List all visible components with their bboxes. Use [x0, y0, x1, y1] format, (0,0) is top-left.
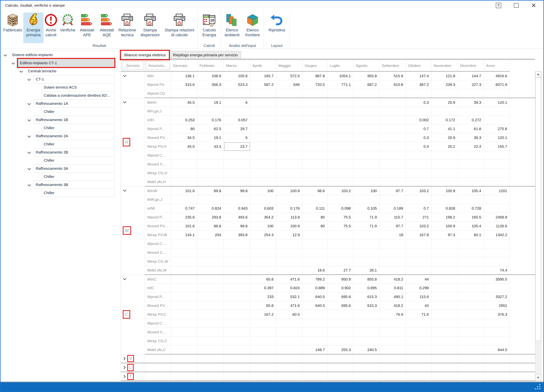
value-cell[interactable]: [354, 239, 379, 248]
value-cell[interactable]: [302, 239, 327, 248]
value-cell[interactable]: 0.824: [197, 204, 224, 213]
row-label[interactable]: Wprod CG: [145, 89, 171, 98]
value-cell[interactable]: 120.1: [484, 133, 510, 142]
value-cell[interactable]: [171, 292, 197, 301]
value-cell[interactable]: [432, 363, 458, 372]
row-label[interactable]: Wprod C...: [145, 239, 171, 248]
value-cell[interactable]: [327, 124, 354, 133]
value-cell[interactable]: 1126.6: [484, 222, 510, 231]
value-cell[interactable]: 720.5: [302, 80, 327, 89]
row-label[interactable]: relH: [145, 116, 171, 124]
value-cell[interactable]: [432, 266, 458, 275]
value-cell[interactable]: 80: [302, 222, 327, 231]
value-cell[interactable]: 271: [406, 213, 432, 222]
value-cell[interactable]: [484, 248, 510, 257]
value-cell[interactable]: [484, 372, 510, 381]
value-cell[interactable]: 60.5: [276, 310, 302, 319]
value-cell[interactable]: [327, 337, 354, 346]
value-cell[interactable]: [224, 284, 250, 292]
value-cell[interactable]: [302, 151, 327, 160]
value-cell[interactable]: [276, 328, 302, 337]
chevron-down-icon[interactable]: [27, 183, 31, 186]
value-cell[interactable]: [171, 346, 197, 354]
value-cell[interactable]: [250, 239, 276, 248]
value-cell[interactable]: 39.3: [458, 98, 484, 107]
value-cell[interactable]: [302, 107, 327, 116]
value-cell[interactable]: [458, 310, 484, 319]
row-label[interactable]: WW,gn,J: [145, 195, 171, 204]
tree-item-centrali-termiche[interactable]: Centrali termiche: [26, 67, 114, 75]
value-cell[interactable]: 640.5: [302, 292, 327, 301]
value-cell[interactable]: [484, 284, 510, 292]
col-header-febbraio[interactable]: Febbraio: [197, 60, 224, 71]
value-cell[interactable]: 6071.9: [484, 80, 510, 89]
chevron-right-icon[interactable]: [122, 366, 125, 369]
chevron-right-icon[interactable]: [122, 375, 125, 378]
value-cell[interactable]: [354, 310, 379, 319]
value-cell[interactable]: [354, 151, 379, 160]
tree-item-raffrescamento-2a[interactable]: Raffrescamento 2A: [34, 132, 114, 140]
value-cell[interactable]: [250, 195, 276, 204]
value-cell[interactable]: 75.5: [327, 213, 354, 222]
value-cell[interactable]: 3595.5: [484, 275, 510, 284]
value-cell[interactable]: [250, 248, 276, 257]
value-cell[interactable]: [484, 107, 510, 116]
value-cell[interactable]: [406, 178, 432, 186]
value-cell[interactable]: [171, 169, 197, 178]
value-cell[interactable]: [458, 372, 484, 381]
ribbon-button-stampa-relazioni-di-calcolo[interactable]: Stampa relazioni di calcolo: [162, 12, 197, 43]
chevron-down-icon[interactable]: [27, 134, 31, 138]
value-cell[interactable]: [224, 195, 250, 204]
value-cell[interactable]: [354, 319, 379, 328]
value-cell[interactable]: [327, 169, 354, 178]
value-cell[interactable]: 80: [302, 213, 327, 222]
value-cell[interactable]: 89.8: [197, 222, 224, 231]
value-cell[interactable]: [379, 124, 406, 133]
value-cell[interactable]: 687.2: [354, 80, 379, 89]
value-cell[interactable]: [171, 337, 197, 346]
value-cell[interactable]: 493.6: [224, 213, 250, 222]
value-cell[interactable]: 354.2: [250, 213, 276, 222]
value-cell[interactable]: 101.6: [171, 186, 197, 195]
row-label[interactable]: Wprod P...: [145, 124, 171, 133]
value-cell[interactable]: [327, 195, 354, 204]
value-cell[interactable]: 418.2: [379, 301, 406, 310]
value-cell[interactable]: [458, 328, 484, 337]
row-label[interactable]: Wprod P...: [145, 292, 171, 301]
row-label[interactable]: Wexp PV,W: [145, 231, 171, 239]
value-cell[interactable]: 20.9: [432, 133, 458, 142]
value-cell[interactable]: 515.9: [379, 71, 406, 80]
value-cell[interactable]: [250, 151, 276, 160]
value-cell[interactable]: 65.8: [250, 275, 276, 284]
tree-item-caldaia-a-condensazione-direttiva-92-[interactable]: Caldaia a condensazione direttiva 92/...: [42, 91, 114, 100]
value-cell[interactable]: 103.2: [406, 222, 432, 231]
value-cell[interactable]: [406, 266, 432, 275]
value-cell[interactable]: [250, 133, 276, 142]
value-cell[interactable]: [302, 363, 327, 372]
chevron-down-icon[interactable]: [27, 167, 31, 170]
value-cell[interactable]: [379, 107, 406, 116]
value-cell[interactable]: [250, 257, 276, 266]
value-cell[interactable]: [276, 319, 302, 328]
value-cell[interactable]: 65.8: [250, 301, 276, 310]
ribbon-button-attestati-aqe[interactable]: Attestati AQE: [97, 12, 117, 43]
value-cell[interactable]: [484, 195, 510, 204]
value-cell[interactable]: 89.8: [197, 186, 224, 195]
value-cell[interactable]: [432, 284, 458, 292]
row-label[interactable]: Wprod P...: [145, 213, 171, 222]
value-cell[interactable]: 80: [171, 124, 197, 133]
value-cell[interactable]: [406, 363, 432, 372]
value-cell[interactable]: 1054.1: [327, 71, 354, 80]
value-cell[interactable]: 71.9: [354, 222, 379, 231]
ribbon-button-verifiche[interactable]: Verifiche: [58, 12, 77, 43]
chevron-down-icon[interactable]: [12, 61, 15, 64]
row-label[interactable]: Wdel ofs,W: [145, 266, 171, 275]
value-cell[interactable]: [171, 195, 197, 204]
value-cell[interactable]: 532.1: [276, 292, 302, 301]
value-cell[interactable]: [458, 354, 484, 363]
vertical-scrollbar[interactable]: [535, 71, 541, 381]
value-cell[interactable]: [171, 257, 197, 266]
value-cell[interactable]: 0.889: [302, 284, 327, 292]
value-cell[interactable]: [458, 89, 484, 98]
value-cell[interactable]: 418.2: [379, 275, 406, 284]
